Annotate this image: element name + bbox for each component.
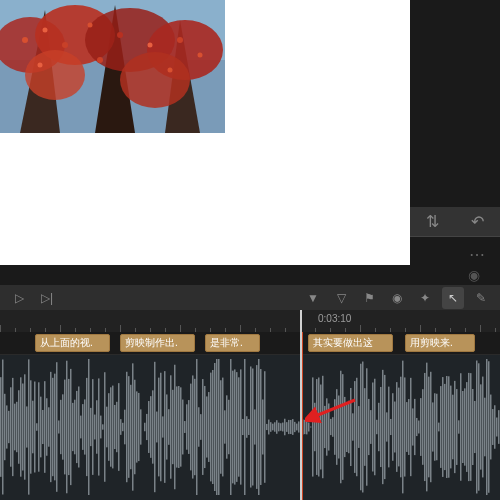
svg-rect-221 [396,382,398,472]
subtitle-clip[interactable]: 其实要做出这 [308,334,393,352]
svg-rect-88 [130,385,132,469]
svg-rect-252 [458,420,460,433]
expand-button[interactable]: ⇅ [410,207,455,236]
svg-rect-62 [78,386,80,467]
svg-rect-54 [62,394,64,459]
svg-rect-86 [126,372,128,482]
svg-rect-115 [184,421,186,433]
svg-rect-201 [356,378,358,476]
svg-rect-160 [274,422,276,431]
svg-rect-166 [286,422,288,432]
svg-rect-239 [432,402,434,451]
svg-rect-194 [342,374,344,480]
eye-icon[interactable]: ◉ [468,267,480,283]
svg-rect-164 [282,423,284,432]
svg-rect-28 [10,387,12,466]
svg-rect-179 [312,377,314,476]
svg-point-15 [117,32,123,38]
svg-rect-71 [96,400,98,453]
svg-rect-74 [102,424,104,429]
svg-rect-97 [148,401,150,453]
svg-rect-64 [82,404,84,450]
svg-rect-136 [226,395,228,458]
svg-rect-85 [124,410,126,445]
audio-track[interactable] [0,355,500,500]
svg-rect-131 [216,359,218,495]
undo-button[interactable]: ↶ [455,207,500,236]
svg-rect-259 [472,389,474,465]
svg-rect-152 [258,359,260,495]
mark-out-button[interactable]: ▽ [330,287,352,309]
svg-rect-230 [414,399,416,455]
svg-rect-102 [158,378,160,477]
subtitle-clip[interactable]: 剪映制作出. [120,334,195,352]
svg-rect-144 [242,419,244,435]
svg-rect-215 [384,375,386,479]
svg-rect-50 [54,374,56,481]
svg-rect-68 [90,408,92,446]
svg-rect-233 [420,398,422,456]
svg-rect-75 [104,372,106,482]
svg-rect-249 [452,395,454,460]
svg-rect-143 [240,369,242,484]
svg-rect-129 [212,370,214,484]
svg-point-16 [148,43,153,48]
pointer-tool[interactable]: ↖ [442,287,464,309]
svg-rect-257 [468,373,470,481]
svg-rect-47 [48,407,50,446]
svg-point-10 [120,52,190,108]
subtitle-clip[interactable]: 用剪映来. [405,334,475,352]
svg-rect-103 [160,373,162,482]
subtitle-clip[interactable]: 从上面的视. [35,334,110,352]
effects-button[interactable]: ✦ [414,287,436,309]
svg-rect-116 [186,404,188,449]
svg-rect-162 [278,423,280,432]
svg-rect-56 [66,361,68,494]
svg-rect-98 [150,396,152,458]
svg-rect-27 [8,411,10,443]
svg-rect-118 [190,384,192,471]
svg-rect-104 [162,416,164,437]
preview-canvas [0,0,410,265]
svg-rect-208 [370,410,372,444]
svg-rect-272 [498,410,500,444]
svg-rect-112 [178,386,180,468]
svg-rect-93 [140,409,142,444]
timeline-ruler[interactable]: 0:03:10 [0,310,500,332]
svg-rect-210 [374,379,376,476]
svg-rect-225 [404,377,406,476]
svg-rect-244 [442,377,444,477]
next-frame-button[interactable]: ▷| [36,287,58,309]
svg-rect-209 [372,382,374,471]
svg-rect-36 [26,406,28,447]
svg-rect-263 [480,384,482,469]
svg-rect-260 [474,401,476,453]
svg-point-20 [97,57,103,63]
svg-rect-113 [180,387,182,466]
svg-point-14 [88,23,93,28]
svg-rect-178 [310,427,312,428]
play-button[interactable]: ▷ [8,287,30,309]
svg-rect-137 [228,400,230,454]
svg-rect-182 [318,377,320,476]
snapshot-button[interactable]: ◉ [386,287,408,309]
svg-line-274 [313,400,355,417]
svg-rect-262 [478,363,480,490]
edit-tool[interactable]: ✎ [470,287,492,309]
svg-rect-245 [444,384,446,470]
playhead-audio-line [302,332,303,500]
chat-icon[interactable]: ⋯ [469,245,485,264]
svg-rect-23 [0,377,2,477]
mark-in-button[interactable]: ▼ [302,287,324,309]
svg-rect-265 [484,398,486,457]
svg-rect-138 [230,359,232,495]
svg-rect-90 [134,380,136,474]
svg-rect-110 [174,365,176,490]
svg-rect-163 [280,423,282,431]
subtitle-clip[interactable]: 是非常. [205,334,260,352]
svg-rect-100 [154,362,156,492]
svg-rect-139 [232,371,234,484]
flag-button[interactable]: ⚑ [358,287,380,309]
svg-rect-59 [72,403,74,451]
subtitle-track[interactable]: 从上面的视.剪映制作出.是非常.其实要做出这用剪映来. [0,332,500,354]
